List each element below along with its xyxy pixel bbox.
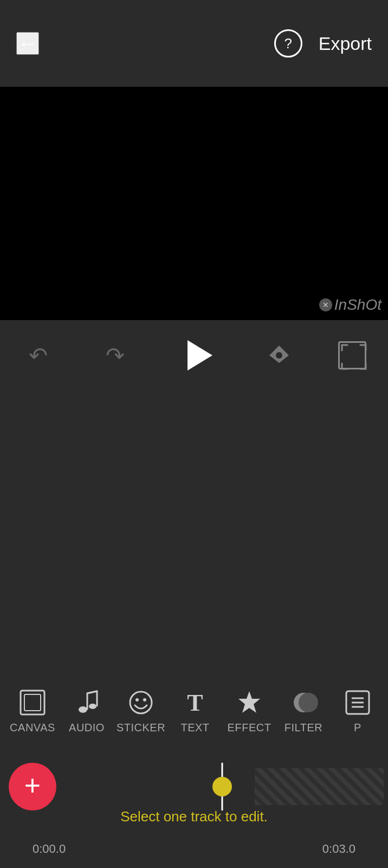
select-track-text: Select one track to edit.: [120, 808, 268, 825]
svg-point-5: [89, 704, 96, 709]
speed-svg: [267, 343, 291, 367]
svg-text:T: T: [187, 690, 203, 716]
export-button[interactable]: Export: [319, 33, 372, 54]
tool-bar: CANVAS AUDIO STICKER T: [0, 667, 388, 754]
watermark-text: InShOt: [334, 296, 381, 314]
help-button[interactable]: ?: [274, 29, 302, 58]
canvas-icon: [18, 688, 47, 717]
audio-icon: [72, 688, 101, 717]
tool-text[interactable]: T TEXT: [168, 682, 222, 739]
playhead-dot[interactable]: [212, 777, 232, 796]
more-icon: [343, 688, 372, 717]
svg-point-9: [143, 698, 146, 701]
track-container[interactable]: [61, 763, 384, 810]
help-icon: ?: [284, 35, 292, 52]
more-label: P: [354, 722, 361, 734]
undo-button[interactable]: ↶: [22, 339, 54, 372]
svg-point-1: [276, 352, 282, 359]
effect-label: EFFECT: [228, 722, 271, 734]
time-indicators: 0:00.0 0:03.0: [0, 842, 388, 856]
svg-line-6: [87, 691, 97, 693]
canvas-label: CANVAS: [10, 722, 55, 734]
svg-point-8: [135, 698, 139, 701]
tool-sticker[interactable]: STICKER: [114, 682, 168, 739]
effect-icon: [235, 688, 264, 717]
add-icon: +: [24, 771, 41, 800]
video-canvas: ✕ InShOt: [0, 87, 388, 320]
play-icon: [187, 340, 212, 371]
speed-icon: [264, 341, 294, 370]
tool-canvas[interactable]: CANVAS: [5, 682, 60, 739]
watermark: ✕ InShOt: [319, 296, 381, 314]
redo-button[interactable]: ↷: [99, 339, 132, 372]
text-label: TEXT: [180, 722, 209, 734]
track-clip[interactable]: [255, 768, 384, 805]
fullscreen-button[interactable]: [338, 341, 366, 369]
audio-label: AUDIO: [69, 722, 105, 734]
filter-icon: [289, 688, 318, 717]
time-end: 0:03.0: [322, 842, 355, 856]
svg-point-4: [79, 706, 87, 713]
svg-point-7: [130, 692, 152, 713]
svg-rect-3: [24, 694, 41, 711]
back-button[interactable]: ←: [16, 32, 39, 55]
top-bar: ← ? Export: [0, 0, 388, 87]
playback-controls: ↶ ↷: [0, 320, 388, 391]
undo-icon: ↶: [29, 342, 48, 369]
time-start: 0:00.0: [33, 842, 66, 856]
tool-more[interactable]: P: [331, 682, 385, 739]
fullscreen-icon: [340, 343, 368, 371]
add-media-button[interactable]: +: [9, 763, 56, 810]
text-icon: T: [180, 688, 210, 717]
tool-audio[interactable]: AUDIO: [60, 682, 114, 739]
sticker-label: STICKER: [117, 722, 165, 734]
tool-effect[interactable]: EFFECT: [222, 682, 276, 739]
filter-label: FILTER: [284, 722, 322, 734]
tool-filter[interactable]: FILTER: [276, 682, 331, 739]
play-button[interactable]: [176, 334, 219, 377]
svg-marker-11: [238, 691, 260, 713]
sticker-icon: [126, 688, 156, 717]
redo-icon: ↷: [106, 342, 125, 369]
watermark-close-icon[interactable]: ✕: [319, 298, 332, 311]
speed-button[interactable]: [264, 341, 294, 370]
select-track-message: Select one track to edit.: [0, 808, 388, 825]
top-right-controls: ? Export: [274, 29, 372, 58]
